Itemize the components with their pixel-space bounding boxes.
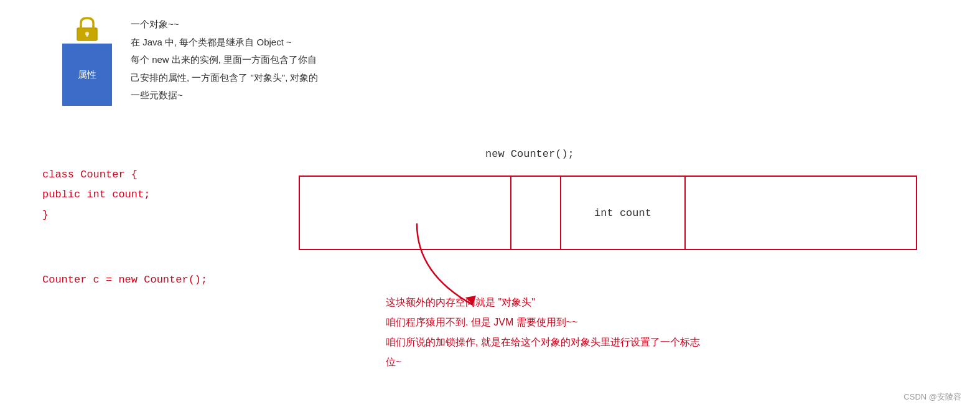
mem-cell-2 bbox=[511, 177, 561, 249]
bottom-description: 这块额外的内存空间就是 "对象头" 咱们程序猿用不到. 但是 JVM 需要使用到… bbox=[386, 293, 700, 372]
bottom-line-2: 咱们程序猿用不到. 但是 JVM 需要使用到~~ bbox=[386, 312, 700, 332]
code-line-3: } bbox=[42, 205, 150, 225]
top-description: 一个对象~~ 在 Java 中, 每个类都是继承自 Object ~ 每个 ne… bbox=[131, 12, 319, 105]
svg-rect-2 bbox=[86, 34, 88, 37]
memory-diagram: int count bbox=[299, 176, 917, 250]
code-line-2: public int count; bbox=[42, 185, 150, 205]
desc-line-4: 己安排的属性, 一方面包含了 "对象头", 对象的 bbox=[131, 69, 319, 87]
attribute-label: 属性 bbox=[78, 69, 96, 81]
bottom-line-4: 位~ bbox=[386, 352, 700, 372]
desc-line-1: 一个对象~~ bbox=[131, 16, 319, 34]
lock-icon-wrap bbox=[62, 12, 112, 44]
counter-c-line: Counter c = new Counter(); bbox=[42, 274, 207, 286]
desc-line-3: 每个 new 出来的实例, 里面一方面包含了你自 bbox=[131, 51, 319, 69]
mem-cell-4 bbox=[686, 177, 916, 249]
object-illustration: 属性 bbox=[62, 12, 112, 106]
mem-cell-1 bbox=[300, 177, 511, 249]
mem-cell-3: int count bbox=[561, 177, 686, 249]
desc-line-2: 在 Java 中, 每个类都是继承自 Object ~ bbox=[131, 34, 319, 52]
new-counter-label: new Counter(); bbox=[485, 148, 574, 160]
csdn-watermark: CSDN @安陵容 bbox=[903, 391, 961, 403]
desc-line-5: 一些元数据~ bbox=[131, 87, 319, 105]
code-section: class Counter { public int count; } bbox=[42, 165, 150, 225]
code-line-1: class Counter { bbox=[42, 165, 150, 185]
mem-cell-3-content: int count bbox=[594, 207, 651, 219]
main-container: 属性 一个对象~~ 在 Java 中, 每个类都是继承自 Object ~ 每个… bbox=[0, 0, 980, 412]
lock-icon bbox=[73, 14, 101, 42]
bottom-line-3: 咱们所说的加锁操作, 就是在给这个对象的对象头里进行设置了一个标志 bbox=[386, 332, 700, 352]
attribute-card: 属性 bbox=[62, 44, 112, 106]
top-section: 属性 一个对象~~ 在 Java 中, 每个类都是继承自 Object ~ 每个… bbox=[62, 12, 319, 106]
bottom-line-1: 这块额外的内存空间就是 "对象头" bbox=[386, 293, 700, 312]
